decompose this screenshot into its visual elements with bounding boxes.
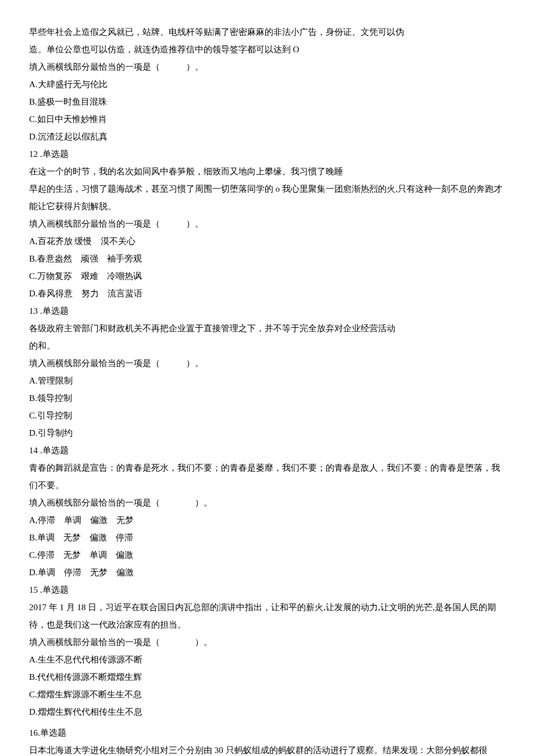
text-line: 填入画横线部分最恰当的一项是（ ）。 xyxy=(29,633,506,651)
text-line: 日本北海道大学进化生物研究小组对三个分别由 30 只蚂蚁组成的蚂蚁群的活动进行了… xyxy=(29,741,506,756)
text-line: D.春风得意 努力 流言蜚语 xyxy=(29,285,506,302)
text-line: A.生生不息代代相传源源不断 xyxy=(29,651,506,668)
text-line: 造。单位公章也可以仿造，就连伪造推荐信中的领导签字都可以达到 O xyxy=(29,41,506,58)
document-content: 早些年社会上造假之风就已，站牌、电线杆等贴满了密密麻麻的非法小广告，身份证、文凭… xyxy=(29,23,506,756)
text-line: A,百花齐放 缓慢 漠不关心 xyxy=(29,232,506,250)
text-line: 各级政府主管部门和财政机关不再把企业置于直接管理之下，并不等于完全放弃对企业经营… xyxy=(29,320,506,337)
text-line: 填入画横线部分最恰当的一项是（ ）。 xyxy=(29,494,506,511)
text-line: 填入画横线部分最恰当的一项是（ ）。 xyxy=(29,58,506,76)
text-line: A.管理限制 xyxy=(29,372,506,389)
text-line: C.万物复苏 艰难 冷嘲热讽 xyxy=(29,267,506,285)
text-line: D.熠熠生辉代代相传生生不息 xyxy=(29,703,506,721)
text-line: B.春意盎然 顽强 袖手旁观 xyxy=(29,250,506,267)
text-line: 早起的生活，习惯了题海战术，甚至习惯了周围一切堕落同学的 o 我心里聚集一团愈渐… xyxy=(29,180,506,215)
text-line: 14 .单选题 xyxy=(29,442,506,459)
text-line: 填入画横线部分最恰当的一项是（ ）。 xyxy=(29,215,506,232)
text-line: 15 .单选题 xyxy=(29,581,506,599)
text-line: 16.单选题 xyxy=(29,724,506,741)
text-line: 在这一个的时节，我的名次如同风中春笋般，细致而又地向上攀缘。我习惯了晚睡 xyxy=(29,163,506,180)
text-line: B.领导控制 xyxy=(29,389,506,407)
text-line: C.如日中天惟妙惟肖 xyxy=(29,110,506,128)
text-line: D.单调 停滞 无梦 偏激 xyxy=(29,564,506,581)
text-line: D.沉渣泛起以假乱真 xyxy=(29,128,506,145)
text-line: D.引导制约 xyxy=(29,424,506,442)
text-line: 13 .单选题 xyxy=(29,302,506,320)
text-line: 12 .单选题 xyxy=(29,145,506,163)
text-line: 早些年社会上造假之风就已，站牌、电线杆等贴满了密密麻麻的非法小广告，身份证、文凭… xyxy=(29,23,506,41)
text-line: B.代代相传源源不断熠熠生辉 xyxy=(29,668,506,686)
text-line: 的和。 xyxy=(29,337,506,354)
text-line: 2017 年 1 月 18 日，习近平在联合国日内瓦总部的演讲中指出，让和平的薪… xyxy=(29,599,506,633)
text-line: B.单调 无梦 偏激 停滞 xyxy=(29,529,506,546)
text-line: 填入画横线部分最恰当的一项是（ ）。 xyxy=(29,354,506,372)
text-line: A.大肆盛行无与伦比 xyxy=(29,76,506,93)
text-line: B.盛极一时鱼目混珠 xyxy=(29,93,506,110)
text-line: C.停滞 无梦 单调 偏激 xyxy=(29,546,506,564)
text-line: 青春的舞蹈就是宣告：的青春是死水，我们不要；的青春是萎靡，我们不要；的青春是敌人… xyxy=(29,459,506,494)
text-line: C.熠熠生辉源源不断生生不息 xyxy=(29,686,506,703)
text-line: A,停滞 单调 偏激 无梦 xyxy=(29,511,506,529)
text-line: C.引导控制 xyxy=(29,407,506,424)
